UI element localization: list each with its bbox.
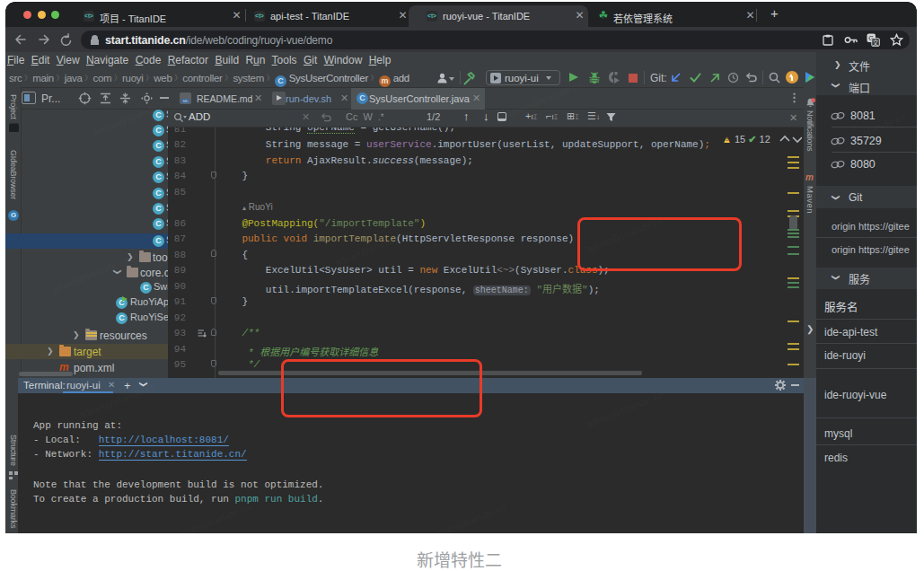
svg-text:文: 文 [873,39,879,47]
